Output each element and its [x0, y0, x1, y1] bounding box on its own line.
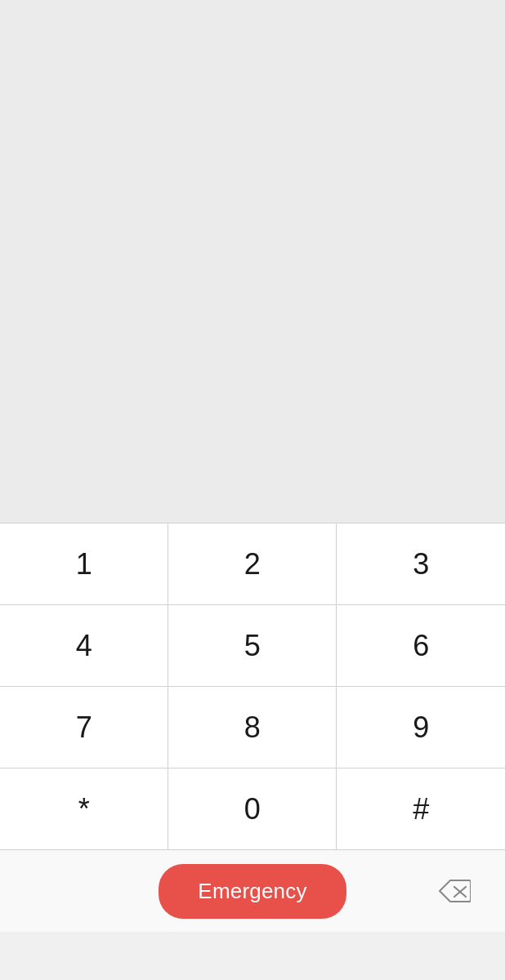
key-star-label: * — [78, 792, 90, 826]
key-6-label: 6 — [413, 629, 429, 663]
key-1-label: 1 — [76, 547, 92, 581]
key-3[interactable]: 3 — [337, 523, 505, 605]
key-0-label: 0 — [244, 792, 261, 826]
backspace-icon — [436, 878, 472, 904]
key-6[interactable]: 6 — [337, 605, 505, 687]
backspace-button[interactable] — [428, 870, 480, 912]
lock-screen-top — [0, 0, 505, 523]
key-4-label: 4 — [76, 629, 92, 663]
key-5[interactable]: 5 — [168, 605, 337, 687]
key-star[interactable]: * — [0, 768, 168, 850]
key-8[interactable]: 8 — [168, 687, 337, 768]
key-1[interactable]: 1 — [0, 523, 168, 605]
emergency-button[interactable]: Emergency — [159, 864, 346, 919]
key-5-label: 5 — [244, 629, 261, 663]
keypad-bottom-row: Emergency — [0, 850, 505, 932]
key-8-label: 8 — [244, 710, 261, 745]
key-3-label: 3 — [413, 547, 429, 581]
key-9[interactable]: 9 — [337, 687, 505, 768]
key-2[interactable]: 2 — [168, 523, 337, 605]
key-9-label: 9 — [413, 710, 429, 745]
key-hash[interactable]: # — [337, 768, 505, 850]
keypad-grid: 1 2 3 4 5 6 7 8 9 * 0 — [0, 523, 505, 850]
key-4[interactable]: 4 — [0, 605, 168, 687]
keypad-area: 1 2 3 4 5 6 7 8 9 * 0 — [0, 523, 505, 932]
key-2-label: 2 — [244, 547, 261, 581]
key-hash-label: # — [413, 792, 429, 826]
key-7[interactable]: 7 — [0, 687, 168, 768]
key-0[interactable]: 0 — [168, 768, 337, 850]
key-7-label: 7 — [76, 710, 92, 745]
